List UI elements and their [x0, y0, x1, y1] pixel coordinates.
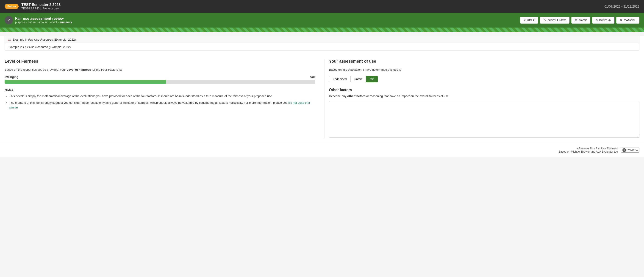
simple-link[interactable]: it's not quite that simple: [9, 101, 310, 109]
cancel-button[interactable]: ✕ CANCEL: [616, 17, 640, 24]
fair-button[interactable]: fair: [366, 76, 378, 82]
disclaimer-label: DISCLAIMER: [548, 19, 566, 22]
cc-sa: SA: [634, 149, 638, 151]
back-button[interactable]: ⊖ BACK: [571, 17, 590, 24]
top-bar: Future TEST Semester 2 2023 TEST-LAPR401…: [0, 0, 644, 13]
future-badge: Future: [4, 4, 18, 9]
nav-bar: ✓ Fair use assessment review purpose › n…: [0, 13, 644, 28]
col-left: Level of Fairness Based on the responses…: [4, 59, 324, 112]
note-item-1: This "level" is simply the mathematical …: [9, 94, 315, 98]
assessment-section-title: Your assessment of use: [329, 59, 640, 64]
two-col-layout: Level of Fairness Based on the responses…: [0, 54, 644, 143]
fairness-description: Based on the responses you've provided, …: [4, 68, 315, 72]
submit-icon: ⊕: [608, 18, 611, 22]
submit-button[interactable]: SUBMIT ⊕: [592, 17, 614, 24]
main-content: 📖 Example in Fair Use Resource (Example,…: [0, 36, 644, 157]
sep4: ›: [58, 21, 59, 24]
resource-header: 📖 Example in Fair Use Resource (Example,…: [5, 36, 639, 43]
fairness-labels: infringing fair: [4, 75, 315, 79]
nav-buttons: ? HELP ⚠ DISCLAIMER ⊖ BACK SUBMIT ⊕ ✕ CA…: [520, 17, 640, 24]
sep3: ›: [48, 21, 49, 24]
date-range: 01/07/2023 - 31/12/2023: [604, 5, 640, 8]
nav-check-icon: ✓: [4, 16, 13, 24]
other-factors-textarea[interactable]: [329, 101, 640, 138]
help-button[interactable]: ? HELP: [520, 17, 538, 24]
back-label: BACK: [579, 19, 587, 22]
sep2: ›: [36, 21, 38, 24]
footer-text: eReserve Plus Fair Use Evaluator Based o…: [558, 147, 618, 153]
help-label: HELP: [527, 19, 534, 22]
breadcrumb-purpose: purpose: [15, 21, 25, 24]
resource-body-text: Example in Fair Use Resource (Example, 2…: [8, 45, 71, 49]
sep1: ›: [26, 21, 27, 24]
nav-main-title: Fair use assessment review: [15, 17, 72, 21]
breadcrumb-effect: effect: [50, 21, 57, 24]
footer-line1: eReserve Plus Fair Use Evaluator: [558, 147, 618, 150]
fairness-section-title: Level of Fairness: [4, 59, 315, 64]
cc-nc: NC: [630, 149, 634, 151]
other-factors-description: Describe any other factors or reasoning …: [329, 94, 640, 98]
cc-icon: ©: [622, 148, 626, 152]
progress-bar-container: [0, 28, 644, 32]
fairness-progress-track: [4, 80, 315, 84]
col-right: Your assessment of use Based on this eva…: [324, 59, 640, 138]
label-infringing: infringing: [4, 75, 18, 79]
unfair-button[interactable]: unfair: [351, 76, 366, 82]
disclaimer-icon: ⚠: [543, 18, 546, 22]
back-icon: ⊖: [575, 18, 578, 22]
other-factors-bold: other factors: [347, 94, 365, 98]
course-subtitle: TEST-LAPR401: Property Law: [21, 7, 60, 10]
footer: eReserve Plus Fair Use Evaluator Based o…: [0, 143, 644, 157]
notes-list: This "level" is simply the mathematical …: [4, 94, 315, 110]
undecided-button[interactable]: undecided: [329, 76, 351, 82]
submit-label: SUBMIT: [596, 19, 607, 22]
disclaimer-button[interactable]: ⚠ DISCLAIMER: [540, 17, 569, 24]
breadcrumb-summary: summary: [60, 21, 72, 24]
other-factors-title: Other factors: [329, 88, 640, 92]
fairness-progress-fill: [4, 80, 166, 84]
notes-title: Notes: [4, 88, 315, 92]
assessment-buttons: undecided unfair fair: [329, 76, 640, 82]
cc-badge: © BY NC SA: [621, 148, 640, 153]
cancel-icon: ✕: [620, 18, 622, 22]
nav-left: ✓ Fair use assessment review purpose › n…: [4, 16, 72, 24]
breadcrumb-nature: nature: [28, 21, 36, 24]
fairness-bold: Level of Fairness: [67, 68, 91, 71]
top-bar-left: Future TEST Semester 2 2023 TEST-LAPR401…: [4, 3, 60, 10]
note-item-2: The creators of this tool strongly sugge…: [9, 101, 315, 109]
assessment-description: Based on this evaluation, I have determi…: [329, 68, 640, 72]
help-icon: ?: [524, 18, 526, 22]
cc-by: BY: [626, 149, 630, 151]
cancel-label: CANCEL: [624, 19, 636, 22]
resource-body: Example in Fair Use Resource (Example, 2…: [5, 43, 639, 51]
book-icon: 📖: [8, 38, 11, 41]
top-bar-title: TEST Semester 2 2023 TEST-LAPR401: Prope…: [21, 3, 60, 10]
resource-header-text: Example in Fair Use Resource (Example, 2…: [12, 38, 76, 41]
footer-line2: Based on Michael Brewer and ALA Evaluato…: [558, 150, 618, 153]
label-fair: fair: [310, 75, 315, 79]
breadcrumb: purpose › nature › amount › effect › sum…: [15, 21, 72, 24]
course-title: TEST Semester 2 2023: [21, 3, 60, 7]
breadcrumb-amount: amount: [38, 21, 48, 24]
resource-box: 📖 Example in Fair Use Resource (Example,…: [4, 36, 640, 51]
nav-title-block: Fair use assessment review purpose › nat…: [15, 17, 72, 24]
progress-bar-stripe: [0, 28, 644, 32]
